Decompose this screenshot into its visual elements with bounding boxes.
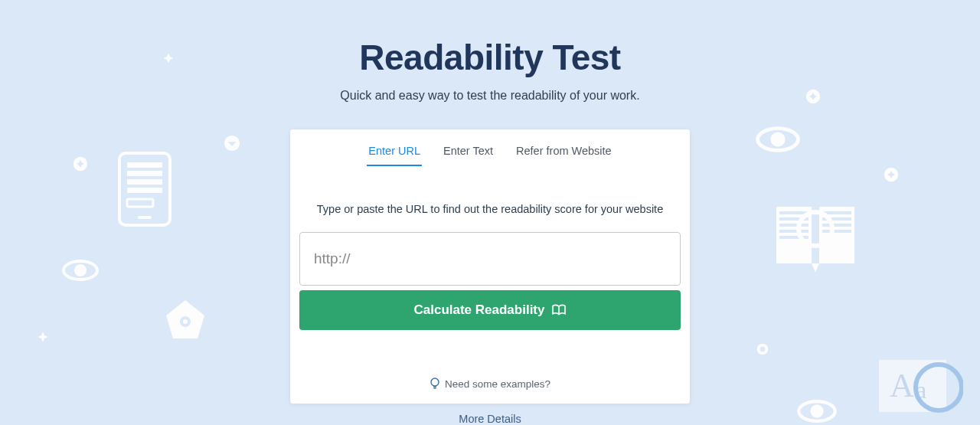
more-details-link[interactable]: More Details — [459, 413, 521, 425]
examples-label: Need some examples? — [445, 378, 550, 390]
lightbulb-icon — [430, 378, 440, 390]
tab-strip: Enter URL Enter Text Refer from Website — [290, 129, 690, 166]
tab-enter-url[interactable]: Enter URL — [367, 140, 422, 166]
page-subtitle: Quick and easy way to test the readabili… — [340, 89, 639, 103]
examples-link[interactable]: Need some examples? — [290, 378, 690, 390]
tab-enter-text[interactable]: Enter Text — [442, 140, 495, 166]
test-card: Enter URL Enter Text Refer from Website … — [290, 129, 690, 404]
page-title: Readability Test — [359, 37, 620, 78]
tab-refer-website[interactable]: Refer from Website — [514, 140, 613, 166]
url-input[interactable] — [299, 232, 681, 286]
calculate-button[interactable]: Calculate Readability — [299, 290, 681, 330]
svg-point-39 — [431, 378, 439, 386]
form-instruction: Type or paste the URL to find out the re… — [299, 203, 681, 215]
calculate-button-label: Calculate Readability — [413, 302, 544, 318]
book-open-icon — [551, 304, 567, 316]
